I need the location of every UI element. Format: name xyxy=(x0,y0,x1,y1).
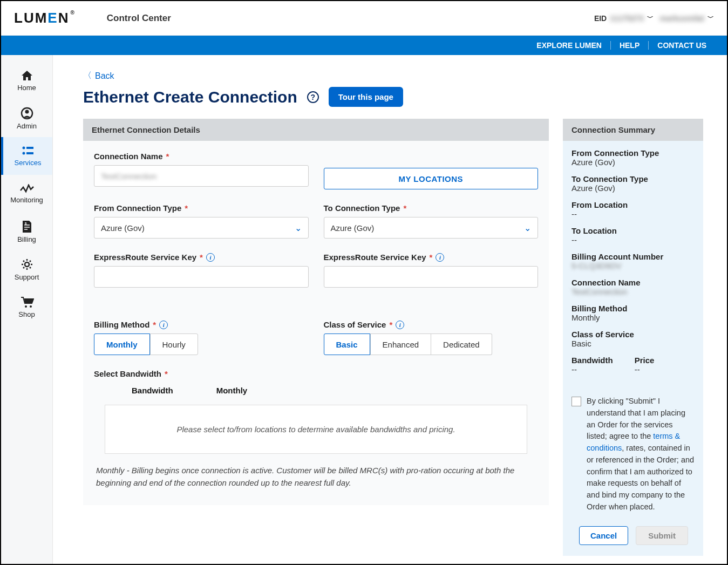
from-type-select[interactable]: Azure (Gov) ⌄ xyxy=(94,217,309,239)
explore-link[interactable]: EXPLORE LUMEN xyxy=(528,41,610,50)
eid-selector[interactable]: EID 11175273 ﹀ xyxy=(594,13,654,23)
connection-name-value: TestConnection xyxy=(101,172,157,181)
details-header: Ethernet Connection Details xyxy=(83,119,549,141)
required-mark: * xyxy=(389,320,392,329)
billing-hourly-option[interactable]: Hourly xyxy=(150,333,198,355)
eid-label: EID xyxy=(594,14,607,23)
info-icon[interactable]: i xyxy=(396,321,404,329)
info-icon[interactable]: i xyxy=(159,321,168,329)
brand-pre: LUM xyxy=(14,10,47,26)
summary-header: Connection Summary xyxy=(563,119,703,141)
label-text: Select Bandwidth xyxy=(94,369,161,378)
cancel-button[interactable]: Cancel xyxy=(579,526,628,545)
billing-note: Monthly - Billing begins once connection… xyxy=(94,465,538,489)
svg-point-4 xyxy=(22,152,25,154)
user-name: markusmilat xyxy=(660,14,704,23)
chevron-down-icon: ﹀ xyxy=(647,13,654,23)
connection-name-label: Connection Name* xyxy=(94,152,309,161)
brand-post: N xyxy=(58,10,70,26)
required-mark: * xyxy=(430,253,433,262)
contact-link[interactable]: CONTACT US xyxy=(648,41,715,50)
sum-cos-v: Basic xyxy=(571,339,695,348)
back-label: Back xyxy=(95,71,114,81)
bandwidth-placeholder: Please select to/from locations to deter… xyxy=(105,405,527,454)
invoice-icon: $ xyxy=(21,220,33,233)
sidenav-item-home[interactable]: Home xyxy=(1,62,52,99)
svg-point-9 xyxy=(30,305,32,308)
sidenav-item-admin[interactable]: Admin xyxy=(1,99,52,137)
sum-ban-v: 5-CLQ3D9DV xyxy=(571,261,695,270)
sidenav-item-billing[interactable]: $ Billing xyxy=(1,213,52,250)
brand-e: E xyxy=(47,10,58,26)
cos-basic-option[interactable]: Basic xyxy=(324,333,370,355)
info-icon[interactable]: i xyxy=(436,253,444,262)
label-text: Connection Name xyxy=(94,152,163,161)
info-icon[interactable]: i xyxy=(206,253,215,262)
billing-method-label: Billing Method* i xyxy=(94,320,309,329)
top-right: EID 11175273 ﹀ markusmilat ﹀ xyxy=(594,13,714,23)
to-type-label: To Connection Type* xyxy=(324,203,539,213)
svg-point-8 xyxy=(25,305,27,308)
app-title: Control Center xyxy=(107,13,171,24)
label-text: Billing Method xyxy=(94,320,149,329)
submit-button[interactable]: Submit xyxy=(636,526,688,545)
svg-rect-5 xyxy=(26,152,33,154)
sum-cos-l: Class of Service xyxy=(571,330,695,339)
agree-post: , rates, contained in or referenced in t… xyxy=(587,444,694,511)
sum-from-loc-v: -- xyxy=(571,209,695,219)
agreement-row: By clicking "Submit" I understand that I… xyxy=(563,385,703,513)
sidenav-item-shop[interactable]: Shop xyxy=(1,288,52,326)
connection-name-input[interactable]: TestConnection xyxy=(94,165,309,187)
user-selector[interactable]: markusmilat ﹀ xyxy=(660,13,714,23)
er-key-from-input[interactable] xyxy=(94,266,309,288)
sidenav-item-services[interactable]: Services xyxy=(1,137,52,175)
svg-point-1 xyxy=(25,110,29,113)
sum-from-type-l: From Connection Type xyxy=(571,148,695,158)
sidenav-label: Home xyxy=(17,84,36,92)
gear-icon xyxy=(21,258,33,271)
sum-bm-l: Billing Method xyxy=(571,304,695,313)
sidenav-label: Support xyxy=(15,273,39,281)
sum-ban-l: Billing Account Number xyxy=(571,252,695,261)
summary-actions: Cancel Submit xyxy=(563,513,703,556)
help-link[interactable]: HELP xyxy=(610,41,648,50)
to-type-value: Azure (Gov) xyxy=(331,223,375,233)
sum-bm-v: Monthly xyxy=(571,313,695,322)
sum-to-loc-l: To Location xyxy=(571,226,695,235)
agreement-checkbox[interactable] xyxy=(571,397,581,406)
page-title: Ethernet Create Connection xyxy=(83,88,297,106)
main-content: 〈 Back Ethernet Create Connection ? Tour… xyxy=(53,55,727,564)
sum-to-loc-v: -- xyxy=(571,235,695,244)
my-locations-button[interactable]: MY LOCATIONS xyxy=(324,168,539,189)
bw-col-monthly: Monthly xyxy=(216,386,248,395)
home-icon xyxy=(21,70,33,81)
sidenav-label: Billing xyxy=(17,235,36,243)
side-nav: Home Admin Services Monitoring $ Billing xyxy=(1,55,53,564)
required-mark: * xyxy=(185,203,188,213)
tour-button[interactable]: Tour this page xyxy=(329,87,403,107)
billing-method-group: Monthly Hourly xyxy=(94,333,309,355)
label-text: From Connection Type xyxy=(94,203,181,213)
sidenav-item-support[interactable]: Support xyxy=(1,250,52,288)
billing-monthly-option[interactable]: Monthly xyxy=(94,333,150,355)
chevron-down-icon: ﹀ xyxy=(707,13,714,23)
sidenav-label: Shop xyxy=(18,310,35,318)
sum-bw-l: Bandwidth xyxy=(571,356,613,365)
to-type-select[interactable]: Azure (Gov) ⌄ xyxy=(324,217,539,239)
chevron-down-icon: ⌄ xyxy=(524,223,531,233)
er-key-to-label: ExpressRoute Service Key* i xyxy=(324,253,539,262)
sum-from-type-v: Azure (Gov) xyxy=(571,158,695,167)
cos-enhanced-option[interactable]: Enhanced xyxy=(370,333,432,355)
back-link[interactable]: 〈 Back xyxy=(83,70,703,81)
sidenav-item-monitoring[interactable]: Monitoring xyxy=(1,175,52,213)
help-icon[interactable]: ? xyxy=(307,91,319,103)
svg-rect-3 xyxy=(26,147,33,149)
summary-panel: Connection Summary From Connection TypeA… xyxy=(563,119,703,556)
top-ribbon: EXPLORE LUMEN HELP CONTACT US xyxy=(1,36,727,55)
sum-price-l: Price xyxy=(635,356,655,365)
brand-logo: LUMEN® xyxy=(14,10,74,26)
cos-dedicated-option[interactable]: Dedicated xyxy=(431,333,492,355)
label-text: ExpressRoute Service Key xyxy=(94,253,196,262)
activity-icon xyxy=(20,184,34,194)
er-key-to-input[interactable] xyxy=(324,266,539,288)
